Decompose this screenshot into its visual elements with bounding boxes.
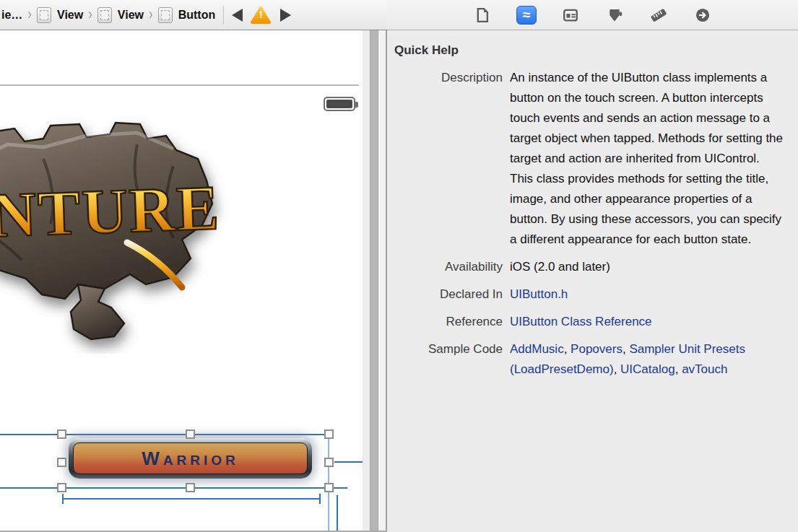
size-inspector-icon[interactable] bbox=[649, 6, 669, 25]
row-label: Reference bbox=[394, 312, 503, 332]
quick-help-row: ReferenceUIButton Class Reference bbox=[394, 312, 784, 332]
measurement-guide-cap bbox=[319, 494, 321, 504]
selection-handle-top-center[interactable] bbox=[186, 429, 195, 439]
breadcrumb-chevron-icon: › bbox=[27, 6, 32, 24]
breadcrumb-item-view[interactable]: View bbox=[97, 7, 144, 23]
canvas-margin bbox=[363, 30, 370, 532]
breadcrumb-chevron-icon: › bbox=[88, 6, 92, 24]
alignment-guide bbox=[334, 461, 363, 463]
file-inspector-icon[interactable] bbox=[472, 6, 493, 25]
breadcrumb-item-view[interactable]: View bbox=[37, 7, 83, 23]
alignment-guide bbox=[337, 495, 338, 532]
quick-help-link[interactable]: Popovers bbox=[571, 342, 623, 356]
jump-bar-items: ie…›View›View›Button bbox=[1, 7, 215, 23]
alignment-guide bbox=[0, 434, 326, 435]
view-placeholder-icon bbox=[158, 7, 173, 23]
panel-margin bbox=[378, 30, 386, 532]
jump-bar: ie…›View›View›Button ! bbox=[0, 0, 387, 30]
interface-builder-canvas: NTURE WARRIOR bbox=[0, 30, 363, 532]
selection-handle-bottom-center[interactable] bbox=[186, 483, 195, 492]
selection-handle-top-right[interactable] bbox=[324, 429, 334, 439]
selection-handle-mid-left[interactable] bbox=[57, 458, 66, 467]
breadcrumb-item-ie[interactable]: ie… bbox=[1, 9, 22, 22]
xcode-window: ie…›View›View›Button ! bbox=[0, 0, 798, 532]
view-placeholder-icon bbox=[97, 7, 112, 23]
quick-help-row: Declared InUIButton.h bbox=[394, 284, 784, 305]
breadcrumb-label: View bbox=[118, 9, 144, 22]
quick-help-link[interactable]: avTouch bbox=[682, 362, 727, 376]
status-bar-top-line bbox=[0, 84, 359, 86]
row-label: Sample Code bbox=[394, 339, 503, 380]
breadcrumb-label: ie… bbox=[1, 9, 22, 22]
next-issue-arrow-icon[interactable] bbox=[280, 9, 291, 22]
breadcrumb-item-button[interactable]: Button bbox=[158, 7, 216, 23]
quick-help-panel: Quick Help DescriptionAn instance of the… bbox=[387, 30, 798, 532]
connections-inspector-icon[interactable] bbox=[693, 6, 713, 25]
alignment-guide bbox=[328, 429, 329, 532]
quick-help-glyph: ≈ bbox=[523, 8, 530, 22]
quick-help-row: DescriptionAn instance of the UIButton c… bbox=[394, 68, 784, 250]
breadcrumb-label: View bbox=[57, 9, 83, 22]
quick-help-title: Quick Help bbox=[394, 43, 784, 58]
selection-handle-top-left[interactable] bbox=[57, 429, 66, 439]
quick-help-link[interactable]: UIButton Class Reference bbox=[510, 315, 652, 328]
warrior-button-label: WARRIOR bbox=[142, 448, 239, 470]
battery-icon bbox=[324, 97, 355, 111]
selection-handle-mid-right[interactable] bbox=[324, 458, 334, 467]
row-value: UIButton Class Reference bbox=[510, 312, 652, 332]
jump-bar-separator bbox=[223, 6, 224, 25]
view-placeholder-icon bbox=[37, 7, 51, 23]
quick-help-row: Sample CodeAddMusic, Popovers, Sampler U… bbox=[394, 339, 784, 380]
selection-handle-bottom-right[interactable] bbox=[324, 483, 334, 492]
quick-help-link[interactable]: AddMusic bbox=[510, 342, 564, 356]
breadcrumb-chevron-icon: › bbox=[149, 6, 153, 24]
warning-icon[interactable]: ! bbox=[250, 6, 272, 25]
row-value: AddMusic, Popovers, Sampler Unit Presets… bbox=[510, 339, 784, 380]
quick-help-row: AvailabilityiOS (2.0 and later) bbox=[394, 257, 784, 277]
alignment-guide bbox=[0, 487, 347, 489]
previous-issue-arrow-icon[interactable] bbox=[232, 9, 243, 22]
identity-inspector-icon[interactable] bbox=[560, 6, 581, 25]
adventure-logo-image: NTURE bbox=[0, 115, 253, 354]
row-label: Declared In bbox=[394, 284, 503, 305]
attributes-inspector-icon[interactable] bbox=[604, 6, 625, 25]
quick-help-inspector-icon[interactable]: ≈ bbox=[516, 6, 537, 25]
inspector-toolbar: ≈ bbox=[387, 0, 798, 30]
warrior-button[interactable]: WARRIOR bbox=[69, 438, 312, 479]
row-value: UIButton.h bbox=[510, 284, 568, 305]
quick-help-link[interactable]: UICatalog bbox=[620, 362, 675, 376]
row-value: iOS (2.0 and later) bbox=[510, 257, 610, 277]
measurement-guide bbox=[62, 498, 321, 500]
measurement-guide-cap bbox=[62, 494, 64, 504]
vertical-scrollbar[interactable] bbox=[370, 30, 378, 532]
logo-text: NTURE bbox=[0, 173, 222, 250]
row-value: An instance of the UIButton class implem… bbox=[510, 68, 784, 250]
row-label: Description bbox=[394, 68, 503, 250]
quick-help-link[interactable]: UIButton.h bbox=[510, 287, 568, 301]
row-label: Availability bbox=[394, 257, 503, 277]
warrior-button-face: WARRIOR bbox=[73, 442, 308, 474]
breadcrumb-label: Button bbox=[178, 9, 216, 22]
selection-handle-bottom-left[interactable] bbox=[57, 483, 66, 492]
quick-help-rows: DescriptionAn instance of the UIButton c… bbox=[394, 68, 784, 380]
